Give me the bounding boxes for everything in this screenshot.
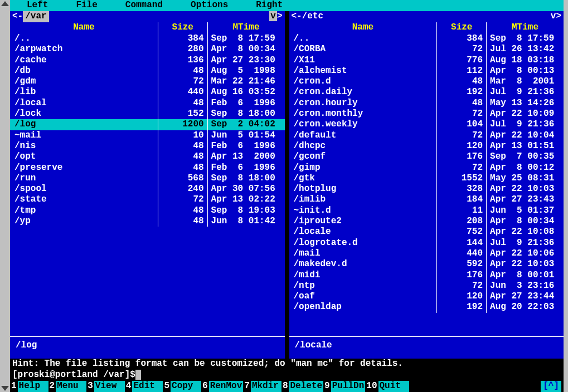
table-row[interactable]: /midi176Apr 8 00:01	[289, 270, 564, 281]
table-row[interactable]: /gdm72Mar 22 21:46	[10, 76, 285, 87]
file-size: 72	[437, 44, 487, 55]
file-name: /arpwatch	[10, 44, 158, 55]
table-row[interactable]: /dhcpc120Apr 13 01:51	[289, 141, 564, 151]
shell-prompt[interactable]: [proski@portland /var]$	[10, 370, 564, 381]
fkey-copy[interactable]: 5Copy	[163, 381, 201, 391]
fkey-quit[interactable]: 10Quit	[365, 381, 409, 391]
table-row[interactable]: /nis48Feb 6 1996	[10, 141, 285, 151]
table-row[interactable]: /ntp72Jun 3 23:16	[289, 281, 564, 291]
table-row[interactable]: /preserve48Feb 6 1996	[10, 163, 285, 173]
scroll-up-icon[interactable]	[1, 1, 9, 6]
table-row[interactable]: ~init.d11Jun 5 01:37	[289, 205, 564, 216]
col-size[interactable]: Size	[158, 22, 208, 33]
table-row[interactable]: /opt48Apr 13 2000	[10, 151, 285, 162]
table-row[interactable]: /gimp72Apr 8 00:12	[289, 163, 564, 173]
scrollbar-right[interactable]	[564, 0, 568, 392]
fkey-mkdir[interactable]: 7Mkdir	[243, 381, 281, 391]
table-row[interactable]: /run568Sep 8 18:00	[10, 173, 285, 184]
file-size: 104	[437, 119, 487, 130]
dropdown-icon[interactable]: v	[551, 11, 556, 21]
table-row[interactable]: /cron.weekly104Jul 9 21:36	[289, 119, 564, 130]
table-row[interactable]: /openldap192Aug 20 22:03	[289, 302, 564, 312]
col-name[interactable]: Name	[289, 22, 438, 33]
hint-line: Hint: The file listing format can be cus…	[10, 359, 564, 370]
file-size: 11	[437, 205, 487, 216]
file-size: 192	[437, 87, 487, 97]
fkey-delete[interactable]: 8Delete	[281, 381, 323, 391]
col-size[interactable]: Size	[437, 22, 487, 33]
scrollbar-left[interactable]	[0, 0, 10, 392]
file-mtime: Apr 22 10:03	[487, 184, 564, 194]
table-row[interactable]: /tmp48Sep 8 19:03	[10, 205, 285, 216]
table-row[interactable]: ~mail10Jun 5 01:54	[10, 130, 285, 141]
table-row[interactable]: /arpwatch280Apr 8 00:34	[10, 44, 285, 55]
table-row[interactable]: /cron.daily192Jul 9 21:36	[289, 87, 564, 97]
menu-file[interactable]: File	[76, 0, 97, 11]
file-name: /ntp	[289, 281, 438, 291]
table-row[interactable]: /CORBA72Jul 26 13:42	[289, 44, 564, 55]
file-name: /makedev.d	[289, 259, 438, 270]
file-name: /iproute2	[289, 216, 438, 227]
table-row[interactable]: /local48Feb 6 1996	[10, 98, 285, 109]
table-row[interactable]: /X11776Aug 18 03:18	[289, 55, 564, 66]
table-row[interactable]: /iproute2208Apr 8 00:34	[289, 216, 564, 227]
menu-right[interactable]: Right	[256, 0, 283, 11]
table-row[interactable]: /cron.monthly72Apr 22 10:09	[289, 109, 564, 119]
fkey-help[interactable]: 1Help	[10, 381, 48, 391]
fkey-pulldn[interactable]: 9PullDn	[323, 381, 365, 391]
fkey-label: Help	[18, 381, 48, 391]
table-row[interactable]: /makedev.d592Apr 22 10:03	[289, 259, 564, 270]
col-name[interactable]: Name	[10, 22, 158, 33]
col-mtime[interactable]: MTime	[487, 22, 564, 33]
file-size: 240	[158, 184, 208, 194]
dropdown-icon[interactable]: v	[269, 11, 277, 21]
fkey-renmov[interactable]: 6RenMov	[201, 381, 243, 391]
col-mtime[interactable]: MTime	[208, 22, 285, 33]
table-row[interactable]: /default72Apr 22 10:04	[289, 130, 564, 141]
fkey-view[interactable]: 3View	[86, 381, 125, 391]
table-row[interactable]: /mail440Apr 22 10:06	[289, 248, 564, 259]
menu-options[interactable]: Options	[191, 0, 228, 11]
fkey-edit[interactable]: 4Edit	[125, 381, 163, 391]
right-file-list[interactable]: /..384Sep 8 17:59/CORBA72Jul 26 13:42/X1…	[289, 33, 564, 336]
table-row[interactable]: /cron.hourly48May 13 14:26	[289, 98, 564, 109]
right-path[interactable]: /etc	[302, 11, 323, 22]
file-name: /lib	[10, 87, 158, 97]
table-row[interactable]: /logrotate.d144Jul 9 21:36	[289, 238, 564, 248]
table-row[interactable]: /..384Sep 8 17:59	[289, 33, 564, 44]
left-path[interactable]: /var	[23, 11, 48, 22]
fkey-number: 5	[163, 381, 171, 391]
table-row[interactable]: /cache136Apr 27 23:30	[10, 55, 285, 66]
file-mtime: Sep 2 04:02	[208, 119, 285, 130]
left-file-list[interactable]: /..384Sep 8 17:59/arpwatch280Apr 8 00:34…	[10, 33, 285, 336]
file-mtime: Apr 13 02:22	[208, 194, 285, 205]
table-row[interactable]: /lib440Aug 16 03:52	[10, 87, 285, 97]
table-row[interactable]: /alchemist112Apr 8 00:13	[289, 66, 564, 76]
table-row[interactable]: /hotplug328Apr 22 10:03	[289, 184, 564, 194]
scroll-down-icon[interactable]	[1, 386, 9, 391]
menu-command[interactable]: Command	[125, 0, 163, 11]
corner-indicator[interactable]: [^]	[541, 381, 561, 391]
table-row[interactable]: /db48Aug 5 1998	[10, 66, 285, 76]
table-row[interactable]: /imlib184Apr 27 23:43	[289, 194, 564, 205]
table-row[interactable]: /gconf176Sep 7 00:35	[289, 151, 564, 162]
table-row[interactable]: /yp48Jun 8 01:42	[10, 216, 285, 227]
file-mtime: Feb 6 1996	[208, 141, 285, 151]
table-row[interactable]: /cron.d48Mar 8 2001	[289, 76, 564, 87]
table-row[interactable]: /spool240Apr 30 07:56	[10, 184, 285, 194]
menu-left[interactable]: Left	[27, 0, 48, 11]
file-size: 120	[437, 291, 487, 302]
table-row[interactable]: /..384Sep 8 17:59	[10, 33, 285, 44]
table-row[interactable]: /oaf120Apr 27 23:44	[289, 291, 564, 302]
table-row[interactable]: /locale752Apr 22 10:08	[289, 227, 564, 237]
table-row[interactable]: /lock152Sep 8 18:00	[10, 109, 285, 119]
file-name: /cache	[10, 55, 158, 66]
file-name: ~init.d	[289, 205, 438, 216]
table-row[interactable]: /state72Apr 13 02:22	[10, 194, 285, 205]
cursor	[135, 370, 141, 380]
table-row[interactable]: /log1200Sep 2 04:02	[10, 119, 285, 130]
fkey-label: View	[94, 381, 125, 391]
table-row[interactable]: /gtk1552May 25 08:31	[289, 173, 564, 184]
fkey-menu[interactable]: 2Menu	[48, 381, 87, 391]
file-mtime: Jun 5 01:54	[208, 130, 285, 141]
